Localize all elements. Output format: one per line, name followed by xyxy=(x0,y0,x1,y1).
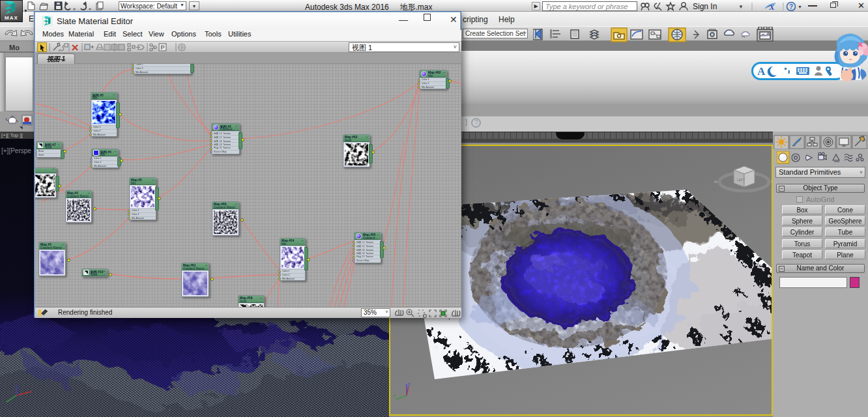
svg-text:Y: Y xyxy=(393,394,396,398)
svg-text:▼: ▼ xyxy=(798,5,802,9)
svg-text:Sign In: Sign In xyxy=(693,2,717,11)
svg-text:◥: ◥ xyxy=(20,126,23,130)
svg-text:A: A xyxy=(757,65,766,78)
svg-text:▼: ▼ xyxy=(738,4,744,10)
svg-text:?: ? xyxy=(789,3,793,10)
svg-text:P: P xyxy=(161,44,165,51)
svg-text:[+][Perspe: [+][Perspe xyxy=(1,147,31,154)
svg-text:LEFT: LEFT xyxy=(737,178,745,182)
svg-text:z: z xyxy=(408,382,411,386)
